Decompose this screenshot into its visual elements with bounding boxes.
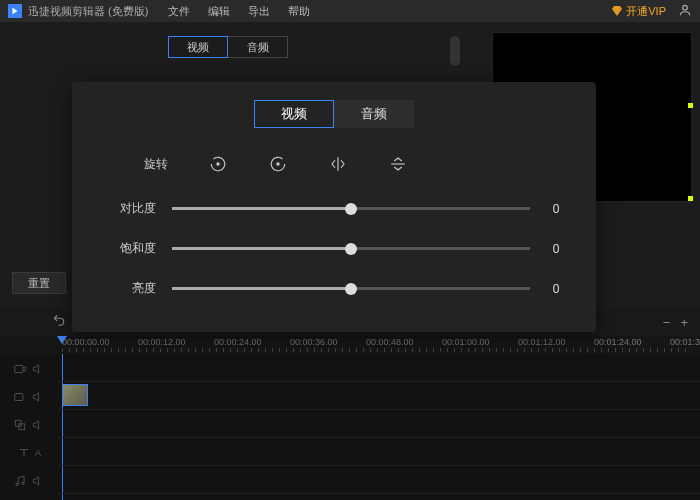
contrast-row: 对比度 0 xyxy=(114,200,566,217)
svg-point-2 xyxy=(277,163,279,165)
timeline-tick: 00:00:24.00 xyxy=(214,337,262,347)
undo-icon[interactable] xyxy=(52,313,66,331)
zoom-in-button[interactable]: + xyxy=(680,315,688,330)
panel-scrollbar[interactable] xyxy=(450,36,460,66)
panel-tabs: 视频 音频 xyxy=(254,100,414,128)
saturation-slider[interactable] xyxy=(172,247,530,250)
app-logo-icon xyxy=(8,4,22,18)
rotate-label: 旋转 xyxy=(144,156,168,173)
svg-point-1 xyxy=(217,163,219,165)
timeline-tick: 00:01:12.00 xyxy=(518,337,566,347)
svg-rect-5 xyxy=(15,420,21,426)
saturation-value: 0 xyxy=(546,242,566,256)
playhead-line[interactable] xyxy=(62,354,63,500)
menu-help[interactable]: 帮助 xyxy=(288,4,310,19)
main-menu: 文件 编辑 导出 帮助 xyxy=(168,4,310,19)
svg-point-8 xyxy=(22,482,24,484)
brightness-value: 0 xyxy=(546,282,566,296)
brightness-slider[interactable] xyxy=(172,287,530,290)
svg-point-0 xyxy=(683,5,688,10)
outer-tab-video[interactable]: 视频 xyxy=(168,36,228,58)
crop-handle-icon[interactable] xyxy=(688,196,693,201)
reset-button[interactable]: 重置 xyxy=(12,272,66,294)
menu-edit[interactable]: 编辑 xyxy=(208,4,230,19)
panel-tab-video[interactable]: 视频 xyxy=(254,100,334,128)
flip-horizontal-icon[interactable] xyxy=(328,154,348,174)
timeline-tick: 00:00:36.00 xyxy=(290,337,338,347)
timeline-tick: 00:01:36.00 xyxy=(670,337,700,347)
timeline-tick: 00:00:48.00 xyxy=(366,337,414,347)
svg-point-7 xyxy=(16,483,18,485)
video-clip[interactable] xyxy=(62,384,88,406)
contrast-value: 0 xyxy=(546,202,566,216)
contrast-label: 对比度 xyxy=(114,200,156,217)
saturation-label: 饱和度 xyxy=(114,240,156,257)
svg-rect-6 xyxy=(19,424,25,430)
rotate-row: 旋转 xyxy=(144,154,408,174)
rotate-ccw-icon[interactable] xyxy=(208,154,228,174)
svg-rect-4 xyxy=(15,394,23,401)
titlebar: 迅捷视频剪辑器 (免费版) 文件 编辑 导出 帮助 开通VIP xyxy=(0,0,700,22)
timeline-tick: 00:01:00.00 xyxy=(442,337,490,347)
brightness-row: 亮度 0 xyxy=(114,280,566,297)
rotate-cw-icon[interactable] xyxy=(268,154,288,174)
track-video-icon[interactable] xyxy=(0,356,58,382)
diamond-icon xyxy=(611,5,623,17)
flip-vertical-icon[interactable] xyxy=(388,154,408,174)
timeline-tick: 00:01:24.00 xyxy=(594,337,642,347)
track-overlay-icon[interactable] xyxy=(0,412,58,438)
saturation-row: 饱和度 0 xyxy=(114,240,566,257)
menu-export[interactable]: 导出 xyxy=(248,4,270,19)
contrast-slider[interactable] xyxy=(172,207,530,210)
track-video2-icon[interactable] xyxy=(0,384,58,410)
main-area: 视频 音频 重置 视频 音频 旋转 xyxy=(0,22,700,500)
outer-tab-audio[interactable]: 音频 xyxy=(228,36,288,58)
menu-file[interactable]: 文件 xyxy=(168,4,190,19)
timeline-tracks: A xyxy=(0,354,700,500)
panel-tab-audio[interactable]: 音频 xyxy=(334,100,414,128)
outer-tabs: 视频 音频 xyxy=(168,36,288,58)
brightness-label: 亮度 xyxy=(114,280,156,297)
vip-button[interactable]: 开通VIP xyxy=(611,4,666,19)
zoom-out-button[interactable]: − xyxy=(663,315,671,330)
svg-rect-3 xyxy=(15,366,23,373)
timeline-tick: 00:00:00.00 xyxy=(62,337,110,347)
user-icon[interactable] xyxy=(678,3,692,19)
crop-handle-icon[interactable] xyxy=(688,103,693,108)
app-title: 迅捷视频剪辑器 (免费版) xyxy=(28,4,148,19)
track-audio-icon[interactable] xyxy=(0,468,58,494)
timeline-tick: 00:00:12.00 xyxy=(138,337,186,347)
track-text-icon[interactable]: A xyxy=(0,440,58,466)
timeline-ruler[interactable]: 00:00:00.0000:00:12.0000:00:24.0000:00:3… xyxy=(0,336,700,354)
adjust-panel: 视频 音频 旋转 对比度 0 饱和度 0 xyxy=(72,82,596,332)
